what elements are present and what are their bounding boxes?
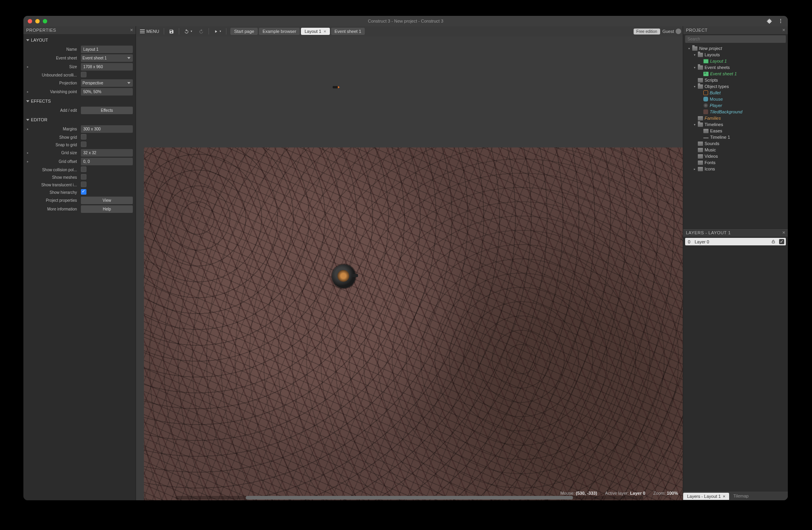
layer-row[interactable]: 0 Layer 0 ✓ [685, 238, 786, 245]
project-tree: ▾New project ▾Layouts Layout 1 ▾Event sh… [683, 44, 788, 228]
tree-music[interactable]: Music [685, 147, 786, 153]
menu-button[interactable]: MENU [138, 28, 161, 35]
close-tab-icon[interactable]: × [324, 29, 326, 34]
lock-icon[interactable] [771, 239, 776, 244]
bullet-object[interactable] [333, 86, 338, 88]
save-button[interactable] [167, 28, 176, 35]
showgrid-checkbox[interactable] [81, 134, 86, 140]
right-panel: PROJECT × ▾New project ▾Layouts Layout 1… [683, 26, 788, 500]
minimize-window-button[interactable] [35, 19, 40, 23]
layer-name: Layer 0 [695, 239, 768, 244]
tab-layout-1[interactable]: Layout 1× [301, 28, 330, 35]
hierarchy-label: Show hierarchy [29, 190, 81, 195]
close-icon[interactable]: × [130, 27, 133, 33]
tree-timelines[interactable]: ▾Timelines [685, 121, 786, 128]
canvas-statusbar: Mouse: (530, -333) Active layer: Layer 0… [560, 491, 678, 496]
play-button[interactable]: ▾ [211, 28, 224, 35]
tree-root[interactable]: ▾New project [685, 45, 786, 52]
titlebar: Construct 3 - New project - Construct 3 [23, 16, 788, 26]
gridsize-input[interactable] [81, 149, 133, 157]
document-tabs: Start page Example browser Layout 1× Eve… [230, 28, 365, 35]
player-object[interactable] [332, 264, 356, 288]
tab-tilemap[interactable]: Tilemap [729, 492, 753, 499]
gridoffset-input[interactable] [81, 158, 133, 165]
meshes-label: Show meshes [29, 175, 81, 180]
tree-player[interactable]: Player [685, 102, 786, 109]
tree-eventsheets[interactable]: ▾Event sheets [685, 64, 786, 71]
size-input[interactable] [81, 63, 133, 71]
collision-label: Show collision pol... [29, 168, 81, 172]
main-toolbar: MENU ▾ ▾ [136, 26, 683, 36]
effects-button[interactable]: Effects [81, 107, 133, 114]
redo-button[interactable] [196, 28, 206, 35]
app-window: Construct 3 - New project - Construct 3 … [23, 16, 788, 500]
tree-icons[interactable]: ▸Icons [685, 166, 786, 172]
undo-button[interactable]: ▾ [182, 28, 195, 35]
hierarchy-checkbox[interactable] [81, 189, 86, 195]
tab-example-browser[interactable]: Example browser [259, 28, 300, 35]
layout-canvas[interactable]: Mouse: (530, -333) Active layer: Layer 0… [136, 36, 683, 500]
tree-mouse[interactable]: Mouse [685, 96, 786, 102]
tree-families[interactable]: Families [685, 115, 786, 121]
tiled-background-object[interactable] [144, 147, 683, 500]
close-window-button[interactable] [28, 19, 32, 23]
vanishing-point-label: Vanishing point [29, 90, 81, 94]
group-layout[interactable]: LAYOUT [26, 36, 133, 44]
visibility-checkbox[interactable]: ✓ [779, 239, 784, 244]
unbounded-checkbox[interactable] [81, 72, 86, 77]
meshes-checkbox[interactable] [81, 174, 86, 180]
close-icon[interactable]: × [782, 230, 785, 235]
guest-account[interactable]: Guest [663, 29, 681, 34]
name-input[interactable] [81, 46, 133, 53]
tree-layout-1[interactable]: Layout 1 [685, 58, 786, 64]
tree-es1[interactable]: Event sheet 1 [685, 71, 786, 77]
tree-timeline1[interactable]: Timeline 1 [685, 134, 786, 140]
free-edition-badge[interactable]: Free edition [634, 29, 660, 34]
svg-point-2 [780, 22, 781, 23]
projection-label: Projection [29, 81, 81, 85]
project-search-input[interactable] [685, 35, 786, 43]
close-tab-icon[interactable]: × [723, 494, 725, 499]
tab-start-page[interactable]: Start page [230, 28, 258, 35]
svg-rect-3 [772, 241, 774, 243]
traffic-lights [28, 19, 47, 23]
help-button[interactable]: Help [81, 205, 133, 213]
vanishing-point-input[interactable] [81, 88, 133, 96]
tree-bullet[interactable]: Bullet [685, 90, 786, 96]
close-icon[interactable]: × [782, 27, 785, 33]
tree-layouts[interactable]: ▾Layouts [685, 52, 786, 58]
collision-checkbox[interactable] [81, 166, 86, 172]
layers-panel: LAYERS - LAYOUT 1 × 0 Layer 0 ✓ Layers -… [683, 228, 788, 500]
tree-videos[interactable]: Videos [685, 153, 786, 159]
properties-panel-title: PROPERTIES × [23, 26, 136, 34]
tree-tiledbg[interactable]: TiledBackground [685, 109, 786, 115]
maximize-window-button[interactable] [43, 19, 47, 23]
extensions-icon[interactable] [767, 18, 772, 24]
translucent-checkbox[interactable] [81, 182, 86, 187]
eventsheet-select[interactable]: Event sheet 1 [81, 54, 133, 62]
projection-select[interactable]: Perspective [81, 79, 133, 87]
horizontal-scrollbar[interactable] [176, 496, 643, 499]
showgrid-label: Show grid [29, 135, 81, 140]
group-editor[interactable]: EDITOR [26, 115, 133, 124]
tab-event-sheet-1[interactable]: Event sheet 1 [331, 28, 365, 35]
tree-fonts[interactable]: Fonts [685, 159, 786, 166]
svg-point-1 [780, 21, 781, 21]
overflow-menu-icon[interactable] [778, 18, 783, 24]
margins-input[interactable] [81, 125, 133, 133]
tree-objecttypes[interactable]: ▾Object types [685, 83, 786, 90]
svg-point-0 [780, 19, 781, 20]
group-effects[interactable]: EFFECTS [26, 97, 133, 105]
layers-panel-title: LAYERS - LAYOUT 1 × [683, 229, 788, 237]
unbounded-label: Unbounded scrolli... [29, 73, 81, 77]
tree-scripts[interactable]: Scripts [685, 77, 786, 83]
snap-label: Snap to grid [29, 143, 81, 147]
view-button[interactable]: View [81, 197, 133, 204]
tab-layers[interactable]: Layers - Layout 1× [683, 493, 729, 500]
name-label: Name [29, 47, 81, 52]
tree-sounds[interactable]: Sounds [685, 140, 786, 147]
bottom-dock-tabs: Layers - Layout 1× Tilemap [683, 492, 788, 500]
project-panel-title: PROJECT × [683, 26, 788, 34]
tree-eases[interactable]: Eases [685, 128, 786, 134]
snap-checkbox[interactable] [81, 142, 86, 147]
